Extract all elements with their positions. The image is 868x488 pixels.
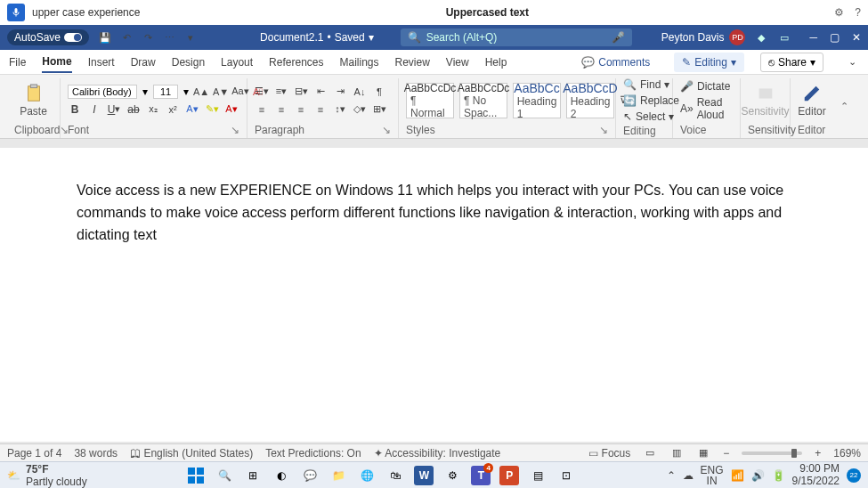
align-right-icon[interactable]: ≡ <box>294 102 308 117</box>
superscript-icon[interactable]: x² <box>166 102 180 117</box>
zoom-out-icon[interactable]: − <box>723 447 729 460</box>
word-count[interactable]: 38 words <box>74 447 118 460</box>
help-icon[interactable]: ? <box>855 6 861 19</box>
dialog-launcher-icon[interactable]: ↘ <box>382 124 391 136</box>
increase-indent-icon[interactable]: ⇥ <box>333 85 347 99</box>
app-icon[interactable]: ▤ <box>528 466 548 485</box>
shading-icon[interactable]: ◇▾ <box>353 102 367 117</box>
text-predictions-status[interactable]: Text Predictions: On <box>265 447 361 460</box>
font-color-icon[interactable]: A▾ <box>224 102 239 117</box>
decrease-indent-icon[interactable]: ⇤ <box>313 85 328 99</box>
volume-icon[interactable]: 🔊 <box>751 469 765 482</box>
tab-view[interactable]: View <box>446 53 469 72</box>
onedrive-icon[interactable]: ☁ <box>683 469 694 482</box>
numbering-icon[interactable]: ≡▾ <box>274 85 288 99</box>
page-indicator[interactable]: Page 1 of 4 <box>7 447 61 460</box>
multilevel-icon[interactable]: ⊟▾ <box>294 85 308 99</box>
dialog-launcher-icon[interactable]: ↘ <box>231 124 239 136</box>
start-icon[interactable] <box>186 466 206 485</box>
tab-design[interactable]: Design <box>172 53 205 72</box>
font-size-input[interactable] <box>153 85 178 99</box>
italic-icon[interactable]: I <box>87 102 101 117</box>
text-effects-icon[interactable]: A▾ <box>185 102 199 117</box>
sort-icon[interactable]: A↓ <box>353 85 367 99</box>
zoom-slider[interactable] <box>742 451 802 455</box>
edge-icon[interactable]: 🌐 <box>357 466 377 485</box>
task-view-icon[interactable]: ⊞ <box>243 466 263 485</box>
bullets-icon[interactable]: ☰▾ <box>255 85 269 99</box>
grow-font-icon[interactable]: A▲ <box>194 85 208 99</box>
store-icon[interactable]: 🛍 <box>385 466 405 485</box>
tab-home[interactable]: Home <box>42 52 71 73</box>
shrink-font-icon[interactable]: A▼ <box>214 85 228 99</box>
wifi-icon[interactable]: 📶 <box>731 469 744 482</box>
notification-count[interactable]: 22 <box>847 468 861 483</box>
close-icon[interactable]: ✕ <box>852 31 861 44</box>
tab-insert[interactable]: Insert <box>88 53 115 72</box>
chat-icon[interactable]: 💬 <box>300 466 320 485</box>
justify-icon[interactable]: ≡ <box>313 102 328 117</box>
change-case-icon[interactable]: Aa▾ <box>233 85 247 99</box>
explorer-icon[interactable]: 📁 <box>329 466 348 485</box>
print-layout-icon[interactable]: ▥ <box>669 446 684 460</box>
teams-icon[interactable]: T4 <box>471 466 491 485</box>
read-mode-icon[interactable]: ▭ <box>643 446 657 460</box>
settings-taskbar-icon[interactable]: ⚙ <box>442 466 462 485</box>
chevron-up-icon[interactable]: ⌃ <box>837 100 851 114</box>
style-heading2[interactable]: AaBbCcDHeading 2 <box>566 83 614 118</box>
line-spacing-icon[interactable]: ↕▾ <box>333 102 347 117</box>
accessibility-status[interactable]: ✦ Accessibility: Investigate <box>374 447 501 460</box>
diamond-icon[interactable]: ◆ <box>754 30 768 45</box>
qat-more-icon[interactable]: ⋯ <box>162 30 176 45</box>
chevron-down-icon[interactable]: ▾ <box>183 85 189 98</box>
redo-icon[interactable]: ↷ <box>141 30 155 45</box>
editing-mode-button[interactable]: ✎Editing▾ <box>674 53 744 72</box>
autosave-toggle[interactable]: AutoSave <box>7 29 89 45</box>
tab-references[interactable]: References <box>269 53 323 72</box>
align-left-icon[interactable]: ≡ <box>255 102 269 117</box>
input-language[interactable]: ENGIN <box>701 465 724 486</box>
paste-button[interactable]: Paste <box>14 84 53 118</box>
clock[interactable]: 9:00 PM9/15/2022 <box>792 463 840 486</box>
align-center-icon[interactable]: ≡ <box>274 102 288 117</box>
zoom-in-icon[interactable]: + <box>815 447 821 460</box>
comments-button[interactable]: 💬Comments <box>573 53 658 72</box>
app2-icon[interactable]: ⊡ <box>556 466 576 485</box>
read-aloud-button[interactable]: A»Read Aloud <box>680 96 733 121</box>
share-button[interactable]: ⎋Share▾ <box>760 53 823 72</box>
search-box[interactable]: 🔍 Search (Alt+Q) 🎤 <box>401 28 632 46</box>
style-normal[interactable]: AaBbCcDc¶ Normal <box>406 83 454 118</box>
zoom-level[interactable]: 169% <box>833 447 861 460</box>
chevron-down-icon[interactable]: ▾ <box>142 85 148 98</box>
web-layout-icon[interactable]: ▦ <box>696 446 710 460</box>
style-heading1[interactable]: AaBbCcHeading 1 <box>513 83 561 118</box>
underline-icon[interactable]: U▾ <box>107 102 121 117</box>
tab-review[interactable]: Review <box>395 53 430 72</box>
document-canvas[interactable]: Voice access is a new EXPERIENCE on Wind… <box>0 148 868 442</box>
find-button[interactable]: 🔍Find ▾ <box>623 78 665 91</box>
settings-icon[interactable]: ⚙ <box>834 6 844 19</box>
collapse-ribbon-icon[interactable]: ⌄ <box>845 55 859 69</box>
mic-icon[interactable] <box>7 4 25 21</box>
weather-widget[interactable]: ⛅ 75°FPartly cloudy <box>7 463 96 488</box>
powerpoint-icon[interactable]: P <box>499 466 519 485</box>
editor-button[interactable]: Editor <box>798 84 826 118</box>
select-button[interactable]: ↖Select ▾ <box>623 110 665 123</box>
font-name-input[interactable] <box>68 85 137 99</box>
language-status[interactable]: 🕮 English (United States) <box>130 447 253 460</box>
tab-file[interactable]: File <box>9 53 26 72</box>
borders-icon[interactable]: ⊞▾ <box>372 102 386 117</box>
widgets-icon[interactable]: ◐ <box>272 466 291 485</box>
tab-layout[interactable]: Layout <box>221 53 253 72</box>
user-account[interactable]: Peyton Davis PD <box>661 29 746 45</box>
minimize-icon[interactable]: ─ <box>809 31 817 44</box>
chevron-up-icon[interactable]: ⌃ <box>667 469 676 482</box>
dialog-launcher-icon[interactable]: ↘ <box>599 124 608 136</box>
subscript-icon[interactable]: x₂ <box>146 102 160 117</box>
chevron-down-icon[interactable]: ▾ <box>183 30 198 45</box>
focus-mode-button[interactable]: ▭ Focus <box>588 447 630 460</box>
tab-mailings[interactable]: Mailings <box>339 53 378 72</box>
search-taskbar-icon[interactable]: 🔍 <box>215 466 234 485</box>
ribbon-display-icon[interactable]: ▭ <box>777 30 791 45</box>
maximize-icon[interactable]: ▢ <box>830 31 840 44</box>
